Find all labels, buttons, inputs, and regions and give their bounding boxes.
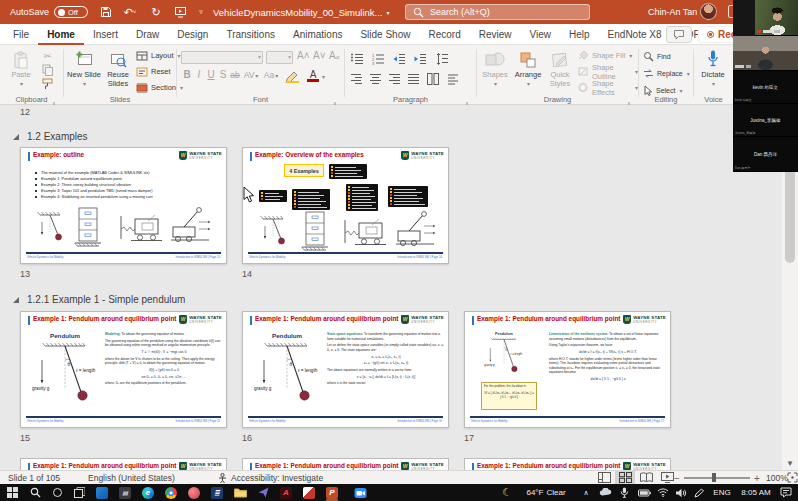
ribbon-tab-endnote-x8[interactable]: EndNote X8 xyxy=(599,24,671,45)
user-name[interactable]: Chin-An Tan xyxy=(648,0,697,24)
chrome-icon[interactable] xyxy=(163,484,179,501)
comments-button[interactable] xyxy=(666,26,692,43)
replace-button[interactable]: Replace▾ xyxy=(643,66,690,81)
start-slideshow-button[interactable] xyxy=(172,4,188,20)
zoom-slider-handle[interactable] xyxy=(712,473,716,482)
section-header-example1[interactable]: 1.2.1 Example 1 - Simple pendulum xyxy=(12,294,185,305)
reading-view-button[interactable] xyxy=(636,471,656,484)
ribbon-tab-draw[interactable]: Draw xyxy=(127,24,168,45)
ribbon-tab-transitions[interactable]: Transitions xyxy=(217,24,284,45)
shape-effects-button[interactable]: Shape Effects▾ xyxy=(577,80,638,95)
numbering-icon[interactable]: 123 xyxy=(372,51,385,69)
slide-sorter-view-button[interactable] xyxy=(615,471,635,484)
word-app-icon[interactable]: ≣ xyxy=(209,484,225,501)
slide-thumbnail-15[interactable]: Example 1: Pendulum around equilibrium p… xyxy=(20,311,227,428)
grow-font-button[interactable]: A˄ xyxy=(297,50,310,61)
format-painter-icon[interactable] xyxy=(40,77,55,91)
dictate-button[interactable]: Dictate▾ xyxy=(696,47,730,93)
new-slide-button[interactable]: New Slide ▾ xyxy=(66,47,102,93)
ribbon-tab-review[interactable]: Review xyxy=(470,24,521,45)
bold-button[interactable]: B xyxy=(181,69,193,80)
ribbon-tab-help[interactable]: Help xyxy=(560,24,599,45)
shapes-button[interactable]: Shapes▾ xyxy=(479,47,511,93)
paste-button[interactable]: Paste▾ xyxy=(3,47,39,93)
undo-button[interactable]: ↶˅ xyxy=(122,4,138,20)
edge-icon[interactable]: e xyxy=(140,484,156,501)
quick-styles-button[interactable]: Quick Styles xyxy=(545,47,575,93)
cortana-icon[interactable] xyxy=(49,484,65,501)
weather-moon-icon[interactable]: ☾ xyxy=(500,484,514,501)
align-left-icon[interactable] xyxy=(351,71,362,89)
highlight-color-button[interactable] xyxy=(285,69,301,87)
scrollbar-down-arrow[interactable]: ▾ xyxy=(782,458,798,468)
decrease-indent-icon[interactable] xyxy=(393,51,406,69)
change-case-button[interactable]: Aa▾ xyxy=(261,70,281,80)
justify-icon[interactable] xyxy=(408,71,419,89)
weather-widget[interactable]: 64°FClear xyxy=(518,484,574,501)
shadow-button[interactable]: S xyxy=(217,69,229,80)
customize-quick-access-button[interactable]: ▿ xyxy=(193,4,209,20)
paragraph-dialog-launcher[interactable] xyxy=(466,95,474,103)
ribbon-tab-animations[interactable]: Animations xyxy=(284,24,351,45)
normal-view-button[interactable] xyxy=(594,471,614,484)
shape-fill-button[interactable]: Shape Fill▾ xyxy=(577,48,638,63)
keyboard-language[interactable]: ENG xyxy=(710,484,734,501)
font-color-button[interactable]: A xyxy=(307,69,319,82)
ribbon-tab-design[interactable]: Design xyxy=(168,24,217,45)
participant-video-2[interactable] xyxy=(733,36,798,71)
ribbon-tab-slide-show[interactable]: Slide Show xyxy=(351,24,419,45)
redo-button[interactable]: ↻ xyxy=(148,4,164,20)
notification-center-icon[interactable] xyxy=(778,484,794,501)
accessibility-status[interactable]: Accessibility: Investigate xyxy=(218,471,323,485)
shrink-font-button[interactable]: A˅ xyxy=(313,50,326,61)
slide-thumbnail-20-partial[interactable]: Example 1: Pendulum around equilibrium p… xyxy=(464,458,671,470)
font-color-chevron-icon[interactable]: ▾ xyxy=(322,73,325,80)
font-dialog-launcher[interactable] xyxy=(334,95,342,103)
shape-outline-button[interactable]: Shape Outline▾ xyxy=(577,64,638,79)
text-direction-icon[interactable] xyxy=(447,71,459,89)
slide-thumbnail-19-partial[interactable]: Example 1: Pendulum around equilibrium p… xyxy=(242,458,449,470)
zoom-level[interactable]: 100% xyxy=(766,471,788,485)
mail-app-icon[interactable] xyxy=(94,484,110,501)
arrange-button[interactable]: Arrange▾ xyxy=(511,47,545,93)
columns-icon[interactable] xyxy=(427,71,439,89)
clear-formatting-button[interactable]: A⌀ xyxy=(329,50,339,61)
clipboard-dialog-launcher[interactable] xyxy=(53,95,61,103)
speaker-icon[interactable] xyxy=(674,484,688,501)
underline-button[interactable]: U xyxy=(205,69,217,80)
fit-to-window-button[interactable] xyxy=(786,471,798,484)
tray-microphone-icon[interactable] xyxy=(617,484,631,501)
document-title[interactable]: VehicleDynamicsMobility_00_Simulink... ▾ xyxy=(213,0,390,24)
clock[interactable]: 8:05 AM xyxy=(736,484,776,501)
copy-icon[interactable] xyxy=(40,63,55,77)
language-status[interactable]: English (United States) xyxy=(88,471,175,485)
ribbon-tab-record[interactable]: Record xyxy=(419,24,469,45)
bullets-icon[interactable] xyxy=(351,51,364,69)
acrobat-icon[interactable]: A xyxy=(278,484,294,501)
wifi-icon[interactable] xyxy=(656,484,670,501)
app-icon-red[interactable] xyxy=(186,484,202,501)
participant-video-1[interactable] xyxy=(755,0,798,36)
tray-expand-icon[interactable]: ∧ xyxy=(580,484,592,501)
align-right-icon[interactable] xyxy=(389,71,400,89)
participant-tile-3[interactable]: kevin 柏廷文 kevin 柏廷文 xyxy=(733,71,798,104)
font-name-combo[interactable] xyxy=(181,51,263,64)
italic-button[interactable]: I xyxy=(193,69,205,80)
save-button[interactable] xyxy=(98,4,114,20)
slide-thumbnail-14[interactable]: Example: Overview of the examplesWAYNE S… xyxy=(242,147,449,264)
pen-icon[interactable] xyxy=(692,484,706,501)
ribbon-tab-file[interactable]: File xyxy=(4,24,38,45)
zoom-in-button[interactable]: + xyxy=(754,471,760,485)
file-explorer-icon[interactable] xyxy=(232,484,248,501)
slide-count-status[interactable]: Slide 1 of 105 xyxy=(8,471,60,485)
search-bar[interactable]: Search (Alt+Q) xyxy=(405,4,590,20)
participant-tile-4[interactable]: Justina_李姵璇 Justina_李姵璇 xyxy=(733,104,798,137)
slide-thumbnail-16[interactable]: Example 1: Pendulum around equilibrium p… xyxy=(242,311,449,428)
zoom-out-button[interactable]: − xyxy=(674,471,680,485)
powerpoint-icon[interactable]: P xyxy=(324,484,340,501)
line-spacing-icon[interactable] xyxy=(435,51,448,69)
taskbar-search-icon[interactable] xyxy=(27,484,43,501)
onedrive-icon[interactable] xyxy=(598,484,612,501)
ribbon-tab-view[interactable]: View xyxy=(521,24,561,45)
autosave-toggle[interactable]: Off xyxy=(54,6,88,18)
